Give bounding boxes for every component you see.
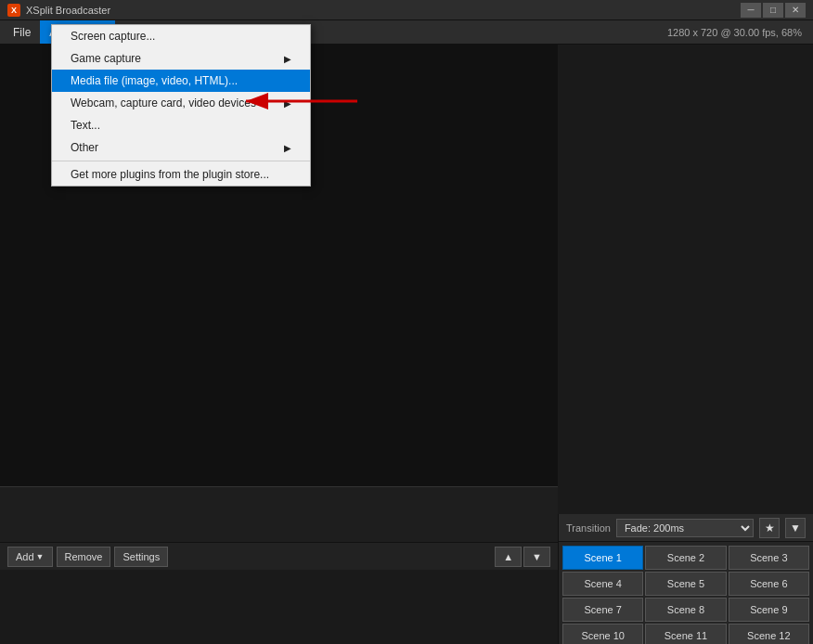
scene-reorder-controls: ▲ ▼ — [495, 547, 550, 567]
scene-button-6[interactable]: Scene 6 — [729, 572, 809, 596]
scene-button-2[interactable]: Scene 2 — [645, 546, 726, 570]
scene-button-7[interactable]: Scene 7 — [562, 598, 643, 622]
dropdown-divider — [52, 161, 310, 161]
move-up-button[interactable]: ▲ — [495, 547, 522, 567]
scene-button-4[interactable]: Scene 4 — [562, 572, 643, 596]
scene-button-3[interactable]: Scene 3 — [729, 546, 809, 570]
scene-button-10[interactable]: Scene 10 — [562, 624, 643, 644]
title-bar-left: X XSplit Broadcaster — [7, 4, 110, 17]
settings-button[interactable]: Settings — [114, 547, 168, 567]
menu-screen-capture[interactable]: Screen capture... — [52, 25, 310, 47]
menu-other[interactable]: Other ▶ — [52, 136, 310, 159]
menu-plugin-store[interactable]: Get more plugins from the plugin store..… — [52, 163, 310, 186]
scene-button-8[interactable]: Scene 8 — [645, 598, 726, 622]
menu-game-capture[interactable]: Game capture ▶ — [52, 47, 310, 70]
scenes-grid: Scene 1Scene 2Scene 3Scene 4Scene 5Scene… — [559, 542, 813, 644]
right-panel: Transition Fade: 200ms ★ ▼ Scene 1Scene … — [558, 514, 813, 644]
window-controls: ─ □ ✕ — [741, 3, 806, 18]
bottom-controls: Add ▼ Remove Settings ▲ ▼ — [0, 542, 558, 570]
transition-star-button[interactable]: ★ — [759, 518, 780, 538]
resolution-info: 1280 x 720 @ 30.00 fps, 68% — [667, 27, 809, 38]
app-icon: X — [7, 4, 20, 17]
source-list-panel — [0, 486, 558, 542]
app-title: XSplit Broadcaster — [26, 5, 110, 16]
menu-file[interactable]: File — [4, 20, 40, 44]
remove-button[interactable]: Remove — [57, 547, 111, 567]
transition-bar: Transition Fade: 200ms ★ ▼ — [559, 514, 813, 542]
transition-label: Transition — [566, 522, 611, 534]
move-down-button[interactable]: ▼ — [523, 547, 550, 567]
menu-text[interactable]: Text... — [52, 114, 310, 136]
maximize-button[interactable]: □ — [763, 3, 783, 18]
submenu-arrow-other: ▶ — [284, 143, 291, 153]
transition-settings-button[interactable]: ▼ — [785, 518, 806, 538]
scene-button-11[interactable]: Scene 11 — [645, 624, 726, 644]
arrow-indicator — [237, 90, 367, 115]
scene-button-9[interactable]: Scene 9 — [729, 598, 809, 622]
scene-button-5[interactable]: Scene 5 — [645, 572, 726, 596]
title-bar: X XSplit Broadcaster ─ □ ✕ — [0, 0, 813, 20]
scene-button-12[interactable]: Scene 12 — [729, 624, 809, 644]
menu-media-file[interactable]: Media file (image, video, HTML)... — [52, 70, 310, 92]
scene-button-1[interactable]: Scene 1 — [562, 546, 643, 570]
add-dropdown-arrow: ▼ — [36, 552, 45, 561]
submenu-arrow: ▶ — [284, 54, 291, 64]
transition-select[interactable]: Fade: 200ms — [616, 519, 754, 537]
close-button[interactable]: ✕ — [785, 3, 806, 18]
minimize-button[interactable]: ─ — [741, 3, 761, 18]
add-button[interactable]: Add ▼ — [7, 547, 53, 567]
